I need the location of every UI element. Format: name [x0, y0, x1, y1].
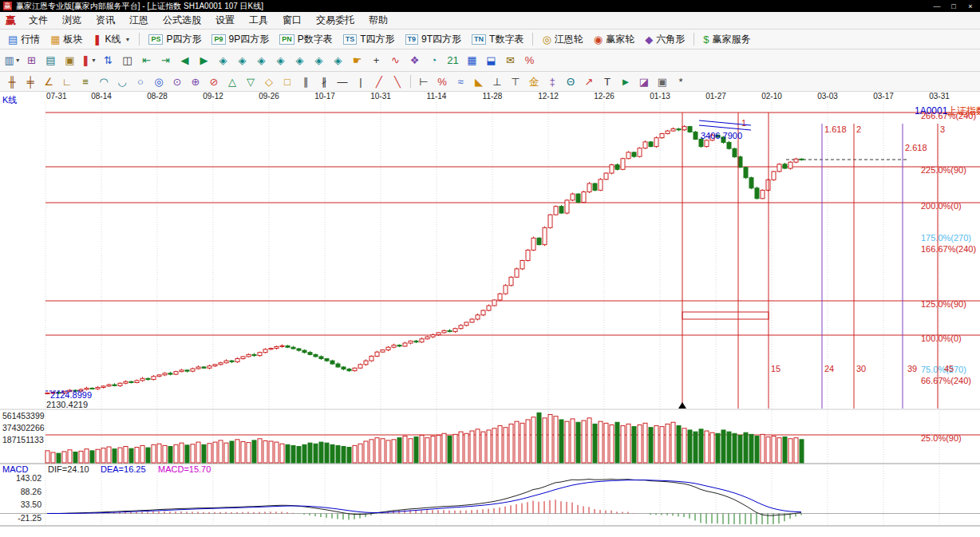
toolbar-p-table[interactable]: PNP数字表 — [275, 32, 338, 47]
toolbar-diamond-tool-7[interactable]: ◈ — [329, 52, 347, 69]
toolbar-quotes[interactable]: ▤行情 — [3, 32, 45, 47]
toolbar-eraser-tool[interactable]: ◪ — [635, 74, 653, 89]
toolbar-t-table[interactable]: TNT数字表 — [467, 32, 528, 47]
toolbar-lock-tool[interactable]: ▣ — [654, 74, 671, 89]
toolbar-parallel-line-tool[interactable]: ∥ — [297, 74, 314, 89]
toolbar-updown-scale[interactable]: ⇅ — [99, 52, 117, 69]
toolbar-tool-settings[interactable]: * — [672, 74, 690, 89]
toolbar-mail[interactable]: ✉ — [501, 52, 520, 69]
svg-text:66.67%(240): 66.67%(240) — [921, 376, 971, 385]
toolbar-arc-down-tool[interactable]: ◡ — [113, 74, 131, 89]
toolbar-note-pad[interactable]: ▣ — [61, 52, 79, 69]
toolbar-kline-style[interactable]: ❚▼ — [80, 52, 98, 69]
toolbar-wave-tool[interactable]: ∿ — [386, 52, 405, 69]
diamond-shape-tool-icon: ◇ — [265, 77, 273, 87]
toolbar-text-note-tool[interactable]: T — [599, 74, 616, 89]
toolbar-rising-line-tool[interactable]: ╱ — [370, 74, 388, 89]
toolbar-diamond-tool-3[interactable]: ◈ — [252, 52, 271, 69]
menu-tools[interactable]: 工具 — [242, 12, 275, 29]
svg-text:2.618: 2.618 — [905, 143, 927, 152]
toolbar-golden-section-tool[interactable]: ◣ — [470, 74, 488, 89]
toolbar-gann-line-tool[interactable]: ╪ — [22, 74, 39, 89]
toolbar-triangle-tool[interactable]: △ — [223, 74, 241, 89]
toolbar-first-page[interactable]: ⇤ — [137, 52, 156, 69]
toolbar-hline-tool[interactable]: — — [334, 74, 351, 89]
toolbar-concentric-circle-tool[interactable]: ◎ — [150, 74, 168, 89]
toolbar-9p-square[interactable]: P99P四方形 — [207, 32, 274, 47]
toolbar-winner-service[interactable]: $赢家服务 — [698, 32, 755, 47]
toolbar-time-ruler-tool[interactable]: ⊤ — [507, 74, 524, 89]
menu-trade-entrust[interactable]: 交易委托 — [309, 12, 362, 29]
toolbar-save-disk[interactable]: ⬓ — [482, 52, 500, 69]
toolbar-hand-tool[interactable]: ☛ — [348, 52, 366, 69]
toolbar-circle-tool[interactable]: ○ — [132, 74, 149, 89]
toolbar-view-layout[interactable]: ▥▼ — [3, 52, 22, 69]
toolbar-panel-stack[interactable]: ▦ — [463, 52, 481, 69]
close-button[interactable]: × — [964, 2, 977, 10]
minimize-button[interactable]: — — [931, 2, 943, 10]
toolbar-diamond-tool-5[interactable]: ◈ — [290, 52, 309, 69]
toolbar-gann-box-tool[interactable]: ❖ — [405, 52, 424, 69]
menu-window[interactable]: 窗口 — [275, 12, 309, 29]
menu-file[interactable]: 文件 — [22, 12, 55, 29]
toolbar-wave-count-tool[interactable]: ≈ — [452, 74, 469, 89]
toolbar-gold-tool[interactable]: 金 — [525, 74, 543, 89]
toolbar-kline[interactable]: ❚K线▼ — [89, 32, 136, 47]
toolbar-hexagon[interactable]: ◆六角形 — [640, 32, 690, 47]
toolbar-channel-tool[interactable]: ∦ — [315, 74, 333, 89]
menu-formula-stock[interactable]: 公式选股 — [156, 12, 208, 29]
toolbar-gann-grid-tool[interactable]: ╫ — [3, 74, 21, 89]
toolbar-diamond-tool-1[interactable]: ◈ — [214, 52, 232, 69]
toolbar-inv-triangle-tool[interactable]: ▽ — [242, 74, 259, 89]
toolbar-cycle-tool[interactable]: Θ — [562, 74, 579, 89]
toolbar-sectors[interactable]: ▦板块 — [45, 32, 87, 47]
toolbar-purple-gann-tool[interactable]: ‡ — [543, 74, 561, 89]
toolbar-prev-page[interactable]: ◀ — [176, 52, 194, 69]
time-ruler-tool-icon: ⊤ — [511, 77, 520, 87]
toolbar-gann-wheel[interactable]: ◎江恩轮 — [537, 32, 587, 47]
toolbar-winner-wheel[interactable]: ◉赢家轮 — [589, 32, 639, 47]
menu-browse[interactable]: 浏览 — [55, 12, 89, 29]
toolbar-square-shape-tool[interactable]: □ — [279, 74, 296, 89]
toolbar-vline-tool[interactable]: | — [352, 74, 369, 89]
toolbar-falling-line-tool[interactable]: ╲ — [389, 74, 406, 89]
toolbar-slash-circle-tool[interactable]: ⊘ — [205, 74, 223, 89]
toolbar-t-square[interactable]: TST四方形 — [338, 32, 400, 47]
toolbar-last-page[interactable]: ⇥ — [156, 52, 175, 69]
toolbar-spiral-tool[interactable]: ◔ — [425, 52, 443, 69]
toolbar-diamond-shape-tool[interactable]: ◇ — [260, 74, 278, 89]
toolbar-crosshair-tool[interactable]: + — [367, 52, 385, 69]
toolbar-flag-tool[interactable]: ► — [617, 74, 634, 89]
toolbar-arc-up-tool[interactable]: ◠ — [95, 74, 113, 89]
toolbar-diamond-tool-4[interactable]: ◈ — [271, 52, 290, 69]
maximize-button[interactable]: □ — [947, 2, 960, 10]
toolbar-page-grid[interactable]: ⊞ — [22, 52, 41, 69]
menu-news[interactable]: 资讯 — [89, 12, 122, 29]
parallel-line-tool-icon: ∥ — [303, 77, 309, 87]
toolbar-angle-45-tool[interactable]: ∟ — [58, 74, 76, 89]
toolbar-split-window[interactable]: ◫ — [118, 52, 136, 69]
menu-gann[interactable]: 江恩 — [122, 12, 156, 29]
toolbar-arrow-mark-tool[interactable]: ↗ — [580, 74, 598, 89]
toolbar-diamond-tool-6[interactable]: ◈ — [310, 52, 328, 69]
toolbar-measure-tool[interactable]: ⊢ — [415, 74, 433, 89]
toolbar-cross-circle-tool[interactable]: ⊕ — [187, 74, 204, 89]
toolbar-percent[interactable]: % — [520, 52, 539, 69]
toolbar-9t-square[interactable]: T99T四方形 — [401, 32, 467, 47]
svg-text:45: 45 — [944, 364, 954, 373]
menu-settings[interactable]: 设置 — [208, 12, 242, 29]
toolbar-percent-line-tool[interactable]: ≡ — [77, 74, 94, 89]
svg-text:15: 15 — [771, 364, 780, 373]
toolbar-p-square[interactable]: PSP四方形 — [144, 32, 206, 47]
toolbar-calendar-21[interactable]: 21 — [444, 52, 462, 69]
svg-text:30: 30 — [856, 364, 866, 373]
menu-help[interactable]: 帮助 — [362, 12, 395, 29]
toolbar-percent-measure-tool[interactable]: % — [433, 74, 451, 89]
toolbar-diamond-tool-2[interactable]: ◈ — [233, 52, 251, 69]
svg-text:88.26: 88.26 — [21, 487, 41, 496]
toolbar-price-ruler-tool[interactable]: ⊥ — [488, 74, 506, 89]
toolbar-dot-circle-tool[interactable]: ⊙ — [168, 74, 186, 89]
toolbar-info-board[interactable]: ▤ — [41, 52, 60, 69]
toolbar-gann-fan-tool[interactable]: ∠ — [40, 74, 57, 89]
toolbar-next-page[interactable]: ▶ — [195, 52, 213, 69]
